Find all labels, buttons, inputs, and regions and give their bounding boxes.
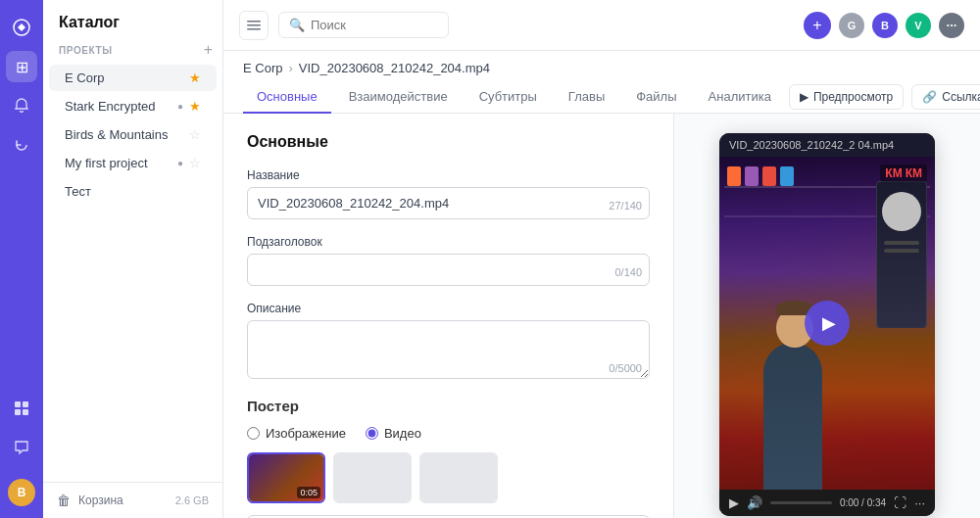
subtitle-input-wrap: 0/140 [247,254,650,286]
trash-label: Корзина [78,494,123,507]
add-button[interactable]: + [804,12,831,39]
video-container: VID_20230608_210242_2 04.mp4 [719,133,935,516]
play-icon: ▶ [822,312,836,334]
preview-button[interactable]: ▶ Предпросмотр [789,84,904,110]
sidebar-item-birds[interactable]: Birds & Mountains ☆ [49,121,217,148]
svg-rect-7 [247,28,261,30]
sidebar-footer: 🗑 Корзина 2.6 GB [43,482,222,518]
avatar-g[interactable]: G [839,13,864,38]
tab-analytics[interactable]: Аналитика [695,81,785,114]
sidebar-item-test[interactable]: Тест [49,178,217,205]
tab-files[interactable]: Файлы [622,81,690,114]
breadcrumb-root[interactable]: E Corp [243,61,282,75]
subtitle-input[interactable] [247,254,650,286]
video-panel: VID_20230608_210242_2 04.mp4 [674,114,980,518]
stark-label: Stark Encrypted [65,99,172,114]
desc-label: Описание [247,302,650,315]
video-progress-bar[interactable] [770,501,832,504]
avatar-extra[interactable]: ··· [939,13,964,38]
avatar-b[interactable]: B [872,13,898,38]
search-box: 🔍 [278,12,449,38]
poster-thumb-2[interactable] [333,452,412,503]
poster-image-label: Изображение [266,426,346,441]
tabs-bar: Основные Взаимодействие Субтитры Главы Ф… [223,81,980,114]
chat-nav-icon[interactable] [6,432,37,463]
poster-video-radio[interactable] [366,427,378,440]
topbar: 🔍 + G B V ··· [223,0,980,51]
myfirst-label: My first project [65,156,172,170]
poster-thumb-3[interactable] [419,452,498,503]
search-input[interactable] [311,18,438,32]
subtitle-char-count: 0/140 [614,266,642,278]
desc-input[interactable] [247,320,650,379]
grid-nav-icon[interactable]: ⊞ [6,51,37,82]
birds-star-icon: ☆ [189,127,201,142]
svg-rect-5 [247,21,261,23]
fullscreen-button[interactable]: ⛶ [894,495,906,510]
ecorp-star-icon: ★ [189,71,201,85]
tab-subtitles[interactable]: Субтитры [466,81,551,114]
poster-thumbnails: 0:05 [247,452,650,503]
poster-video-option[interactable]: Видео [366,426,421,441]
poster-thumb-1[interactable]: 0:05 [247,452,325,503]
desc-char-count: 0/5000 [609,362,642,374]
breadcrumb-current: VID_20230608_210242_204.mp4 [299,61,490,75]
sidebar-item-stark[interactable]: Stark Encrypted ● ★ [49,93,217,119]
poster-title: Постер [247,398,650,414]
tab-interaction[interactable]: Взаимодействие [335,81,462,114]
play-overlay-button[interactable]: ▶ [805,301,850,346]
name-input-wrap: 27/140 [247,187,650,219]
poster-radio-group: Изображение Видео [247,426,650,441]
sidebar-item-ecorp[interactable]: E Corp ★ [49,65,217,91]
preview-label: Предпросмотр [813,90,893,104]
poster-thumb-time: 0:05 [297,487,320,498]
video-more-button[interactable]: ··· [914,495,925,510]
desc-field-group: Описание 0/5000 [247,302,650,382]
poster-image-option[interactable]: Изображение [247,426,346,441]
svg-rect-2 [23,401,28,407]
myfirst-dot-icon: ● [177,158,183,168]
form-panel: Основные Название 27/140 Подзаголовок 0/… [223,114,674,518]
video-play-button[interactable]: ▶ [729,495,739,510]
sidebar-title: Каталог [43,0,222,39]
avatar-v[interactable]: V [906,13,931,38]
svg-rect-1 [15,401,21,407]
sidebar-toggle-button[interactable] [239,11,269,40]
main-area: 🔍 + G B V ··· E Corp › VID_20230608_2102… [223,0,980,518]
user-avatar[interactable]: B [8,479,35,506]
logo-icon[interactable] [6,12,37,43]
name-input[interactable] [247,187,650,219]
sidebar-item-myfirst[interactable]: My first project ● ☆ [49,150,217,176]
tab-basic[interactable]: Основные [243,81,331,114]
link-button[interactable]: 🔗 Ссылка [911,84,980,110]
video-volume-button[interactable]: 🔊 [747,495,762,510]
tab-actions: ▶ Предпросмотр 🔗 Ссылка </> Встроить ··· [789,83,980,111]
stark-dot-icon: ● [177,101,183,112]
myfirst-star-icon: ☆ [189,156,201,170]
add-project-button[interactable]: + [204,41,213,59]
apps-nav-icon[interactable] [6,393,37,424]
link-label: Ссылка [942,90,980,104]
link-icon: 🔗 [922,90,937,104]
topbar-left: 🔍 [239,11,794,40]
ecorp-label: E Corp [65,71,183,85]
name-char-count: 27/140 [609,200,642,212]
tab-chapters[interactable]: Главы [555,81,618,114]
video-title-bar: VID_20230608_210242_2 04.mp4 [719,133,935,157]
refresh-nav-icon[interactable] [6,129,37,161]
sidebar: Каталог ПРОЕКТЫ + E Corp ★ Stark Encrypt… [43,0,223,518]
breadcrumb: E Corp › VID_20230608_210242_204.mp4 [223,51,980,75]
video-frame: КМКМ ▶ [719,157,935,490]
storage-size: 2.6 GB [175,494,209,506]
desc-input-wrap: 0/5000 [247,320,650,382]
poster-image-radio[interactable] [247,427,260,440]
projects-label: ПРОЕКТЫ [53,39,204,60]
subtitle-label: Подзаголовок [247,235,650,249]
poster-group: Постер Изображение Видео 0:05 [247,398,650,518]
test-label: Тест [65,184,201,199]
preview-icon: ▶ [800,90,808,104]
video-logo: КМКМ [880,165,927,182]
bell-nav-icon[interactable] [6,90,37,121]
search-icon: 🔍 [289,18,305,32]
name-field-group: Название 27/140 [247,168,650,219]
